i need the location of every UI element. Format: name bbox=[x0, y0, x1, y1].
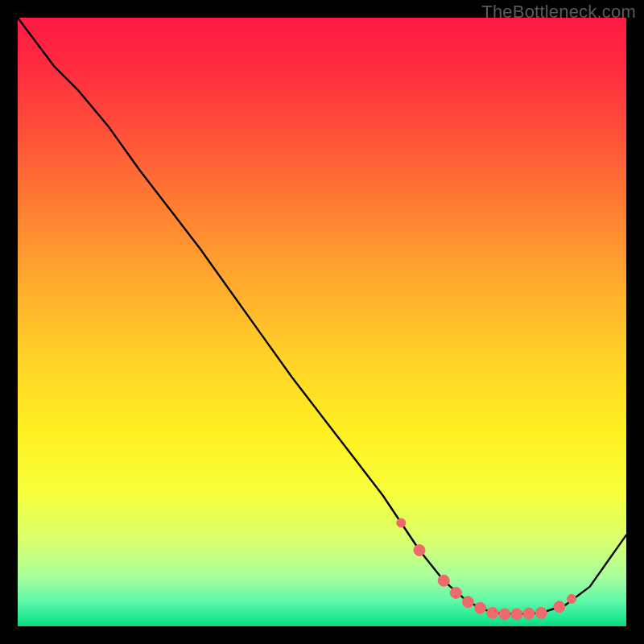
marker-dot bbox=[450, 587, 461, 598]
marker-dot bbox=[487, 607, 498, 618]
gradient-plot-area bbox=[18, 18, 626, 626]
highlighted-markers bbox=[397, 518, 576, 620]
curve-layer bbox=[18, 18, 626, 626]
bottleneck-curve bbox=[18, 18, 626, 614]
marker-dot bbox=[475, 602, 486, 613]
marker-dot bbox=[462, 597, 473, 608]
marker-dot bbox=[554, 601, 565, 613]
marker-dot bbox=[568, 595, 576, 604]
marker-dot bbox=[499, 609, 510, 620]
marker-dot bbox=[414, 545, 425, 556]
marker-dot bbox=[523, 608, 535, 619]
marker-dot bbox=[438, 575, 449, 586]
outer-frame: TheBottleneck.com bbox=[0, 0, 644, 644]
marker-dot bbox=[511, 609, 522, 620]
marker-dot bbox=[397, 518, 406, 527]
marker-dot bbox=[535, 607, 547, 618]
